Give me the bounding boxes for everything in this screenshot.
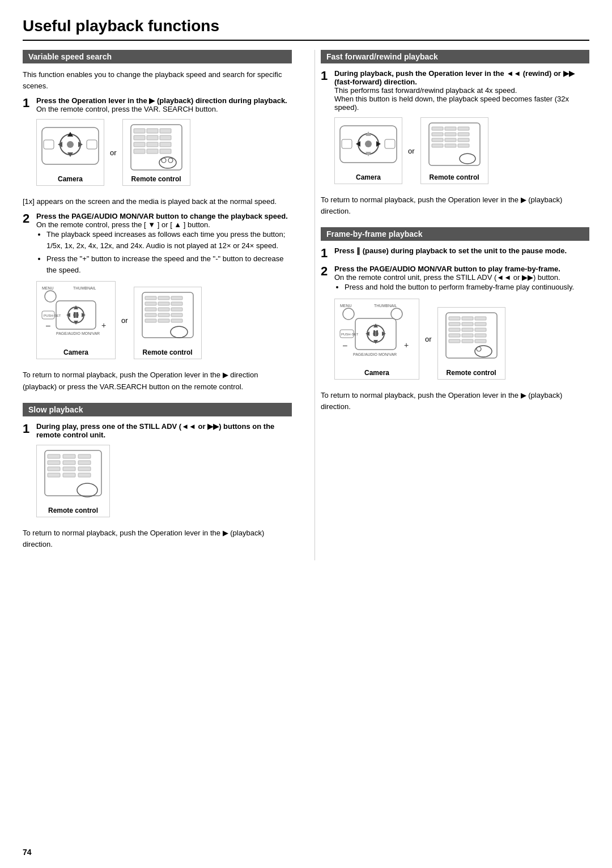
frame-by-frame-section: Frame-by-frame playback 1 Press ‖ (pause… <box>321 227 589 412</box>
svg-text:PUSH-SET: PUSH-SET <box>341 333 359 336</box>
ff-step1-text: During playback, push the Operation leve… <box>334 69 589 190</box>
svg-rect-82 <box>385 139 395 148</box>
variable-speed-header: Variable speed search <box>23 50 292 63</box>
svg-rect-69 <box>78 467 91 471</box>
slow-remote-diagram <box>39 448 107 504</box>
fbf-remote-label: Remote control <box>447 369 496 377</box>
ff-remote-box: Remote control <box>420 117 488 184</box>
svg-rect-67 <box>48 467 60 471</box>
slow-remote-box: Remote control <box>36 445 110 517</box>
vs-footer: To return to normal playback, push the O… <box>23 369 292 392</box>
fbf-or-text: or <box>425 335 432 343</box>
step1-detail: On the remote control, press the VAR. SE… <box>36 105 292 113</box>
ff-footer: To return to normal playback, push the O… <box>321 194 589 217</box>
camera-joystick-diagram <box>39 122 101 173</box>
svg-rect-21 <box>147 149 158 154</box>
svg-rect-48 <box>158 302 169 305</box>
fbf-camera-diagram: MENU THUMBNAIL <box>337 301 416 367</box>
left-column: Variable speed search This function enab… <box>23 50 298 560</box>
svg-rect-50 <box>145 308 156 311</box>
svg-rect-54 <box>158 313 169 317</box>
svg-rect-68 <box>63 467 75 471</box>
svg-rect-124 <box>475 328 486 331</box>
svg-point-100 <box>391 308 402 320</box>
slow-step1-bold: During play, press one of the STILL ADV … <box>36 422 274 439</box>
svg-point-59 <box>171 326 188 338</box>
svg-rect-18 <box>147 142 158 147</box>
svg-rect-72 <box>78 473 91 477</box>
fbf-step2-text: Press the PAGE/AUDIO MON/VAR button to p… <box>334 265 589 385</box>
svg-text:PAGE/AUDIO MON/VAR: PAGE/AUDIO MON/VAR <box>353 352 397 356</box>
ff-step1-detail2: When this button is held down, the playb… <box>334 95 589 112</box>
step2-bold: Press the PAGE/AUDIO MON/VAR button to c… <box>36 212 288 220</box>
fbf-step1: 1 Press ‖ (pause) during playback to set… <box>321 246 589 260</box>
svg-rect-94 <box>445 144 456 147</box>
step2-camera-box: MENU THUMBNAIL <box>36 281 116 359</box>
ff-remote-diagram <box>423 120 486 171</box>
fbf-step2-bold: Press the PAGE/AUDIO MON/VAR button to p… <box>334 265 560 273</box>
svg-rect-117 <box>462 317 473 320</box>
svg-rect-81 <box>342 139 352 148</box>
svg-rect-65 <box>63 461 75 465</box>
right-column: Fast forward/rewind playback 1 During pl… <box>314 50 589 560</box>
svg-rect-32 <box>74 312 75 318</box>
svg-rect-19 <box>160 142 171 147</box>
fbf-bullet-1: Press and hold the button to perform fra… <box>345 282 589 293</box>
camera-image-box: Camera <box>36 119 104 186</box>
svg-rect-33 <box>76 312 78 318</box>
svg-text:+: + <box>404 341 409 350</box>
remote-control-diagram <box>125 122 188 173</box>
fbf-remote-box: Remote control <box>437 307 505 380</box>
fbf-camera-box: MENU THUMBNAIL <box>334 299 419 380</box>
svg-rect-88 <box>445 133 456 136</box>
svg-rect-105 <box>376 330 378 336</box>
svg-rect-123 <box>462 328 473 331</box>
svg-point-2 <box>67 141 74 148</box>
fbf-images: MENU THUMBNAIL <box>334 299 589 380</box>
vs-note1: [1x] appears on the screen and the media… <box>23 196 292 207</box>
fbf-step1-num: 1 <box>321 246 334 260</box>
svg-rect-89 <box>458 133 469 136</box>
bullet-item-2: Press the "+" button to increase the spe… <box>46 253 292 275</box>
step2-bullets: The playback speed increases as follows … <box>46 229 292 275</box>
svg-point-96 <box>460 154 475 164</box>
svg-rect-127 <box>475 334 486 337</box>
slow-playback-header: Slow playback <box>23 403 292 416</box>
svg-rect-53 <box>145 313 156 317</box>
step2-remote-box: Remote control <box>134 287 202 359</box>
svg-rect-52 <box>171 308 182 311</box>
bullet-item-1: The playback speed increases as follows … <box>46 229 292 251</box>
slow-playback-section: Slow playback 1 During play, press one o… <box>23 403 292 550</box>
fbf-step2-detail1: On the remote control unit, press the ST… <box>334 273 589 282</box>
svg-rect-119 <box>449 322 460 326</box>
ff-step1-detail1: This performs fast forward/rewind playba… <box>334 86 589 95</box>
page-number: 74 <box>23 848 32 857</box>
svg-text:–: – <box>46 321 50 330</box>
svg-rect-93 <box>432 144 443 147</box>
svg-point-73 <box>77 483 97 497</box>
svg-rect-121 <box>475 322 486 326</box>
svg-point-76 <box>365 141 372 147</box>
svg-rect-130 <box>475 339 486 343</box>
svg-rect-84 <box>432 127 443 130</box>
remote-diagram-2 <box>137 290 199 346</box>
svg-text:MENU: MENU <box>42 286 54 290</box>
svg-rect-56 <box>145 319 156 322</box>
or-text-2: or <box>121 316 128 325</box>
svg-text:THUMBNAIL: THUMBNAIL <box>374 304 397 308</box>
svg-text:PAGE/AUDIO MON/VAR: PAGE/AUDIO MON/VAR <box>56 331 100 335</box>
svg-rect-63 <box>78 454 91 458</box>
or-text-1: or <box>110 148 117 157</box>
step1-images: Camera or <box>36 119 292 186</box>
ff-camera-diagram <box>337 120 400 171</box>
svg-text:THUMBNAIL: THUMBNAIL <box>73 286 96 290</box>
slow-step1-images: Remote control <box>36 445 292 517</box>
variable-speed-step1: 1 Press the Operation lever in the ▶ (pl… <box>23 96 292 192</box>
svg-rect-66 <box>78 461 91 465</box>
svg-rect-64 <box>48 461 60 465</box>
svg-rect-85 <box>445 127 456 130</box>
svg-point-99 <box>343 308 354 320</box>
fbf-step1-bold: Press ‖ (pause) during playback to set t… <box>334 246 567 255</box>
camera-controls-diagram: MENU THUMBNAIL <box>39 284 113 346</box>
slow-step1: 1 During play, press one of the STILL AD… <box>23 422 292 523</box>
